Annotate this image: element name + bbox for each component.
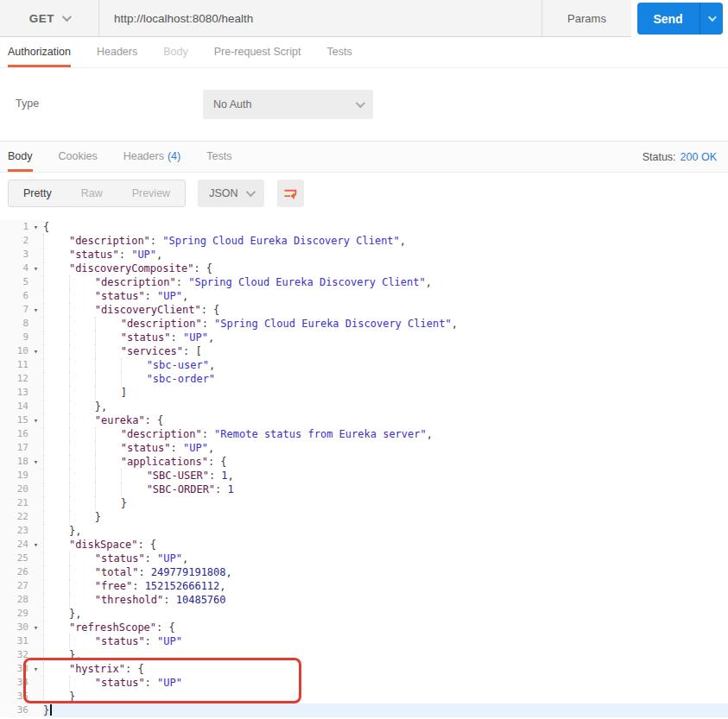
send-options-button[interactable]: [700, 3, 723, 35]
code-line: 24▾ "diskSpace": {: [0, 538, 728, 552]
response-view-toolbar: Pretty Raw Preview JSON: [0, 173, 728, 214]
fold-spacer: [28, 648, 43, 662]
gutter: 14: [0, 400, 43, 413]
code-text: "applications": {: [43, 455, 728, 469]
mode-preview-button[interactable]: Preview: [117, 180, 185, 206]
authorization-panel: Type No Auth: [0, 68, 728, 142]
code-text: }: [43, 496, 728, 510]
code-text: "discoveryComposite": {: [43, 262, 728, 275]
gutter: 8: [0, 317, 43, 331]
tab-tests[interactable]: Tests: [326, 37, 351, 67]
gutter: 29: [0, 607, 43, 621]
fold-toggle-icon[interactable]: ▾: [28, 455, 43, 469]
fold-toggle-icon[interactable]: ▾: [28, 621, 43, 634]
fold-spacer: [28, 496, 43, 510]
gutter: 11: [0, 358, 43, 372]
params-button[interactable]: Params: [541, 0, 631, 36]
code-text: "diskSpace": {: [43, 538, 728, 552]
auth-type-select[interactable]: No Auth: [203, 90, 373, 119]
fold-spacer: [28, 703, 43, 717]
response-status: Status: 200 OK: [643, 142, 717, 172]
code-line: 10▾ "services": [: [0, 344, 728, 358]
code-line: 16 "description": "Remote status from Eu…: [0, 427, 728, 441]
line-number: 18: [0, 455, 28, 469]
tab-body[interactable]: Body: [163, 37, 188, 67]
response-tab-body[interactable]: Body: [8, 142, 33, 172]
gutter: 4▾: [0, 262, 43, 275]
fold-toggle-icon[interactable]: ▾: [28, 220, 43, 234]
code-line: 27 "free": 152152666112,: [0, 579, 728, 593]
wrap-text-button[interactable]: [277, 180, 304, 207]
gutter: 28: [0, 593, 43, 607]
language-dropdown[interactable]: JSON: [198, 180, 264, 207]
code-line: 30▾ "refreshScope": {: [0, 621, 728, 634]
fold-spacer: [28, 607, 43, 621]
url-input[interactable]: http://localhost:8080/health: [99, 0, 541, 36]
fold-toggle-icon[interactable]: ▾: [28, 344, 43, 358]
fold-toggle-icon[interactable]: ▾: [28, 303, 43, 317]
fold-spacer: [28, 524, 43, 538]
fold-spacer: [28, 289, 43, 303]
fold-spacer: [28, 358, 43, 372]
code-line: 6 "status": "UP",: [0, 289, 728, 303]
gutter: 18▾: [0, 455, 43, 469]
response-tab-cookies[interactable]: Cookies: [59, 142, 98, 172]
fold-spacer: [28, 427, 43, 441]
code-line: 13 ]: [0, 386, 728, 400]
fold-spacer: [28, 400, 43, 413]
mode-pretty-button[interactable]: Pretty: [9, 180, 66, 206]
postman-window: GET http://localhost:8080/health Params …: [0, 0, 728, 719]
code-text: }: [43, 510, 728, 524]
line-number: 10: [0, 344, 28, 358]
method-dropdown[interactable]: GET: [0, 0, 99, 36]
gutter: 27: [0, 579, 43, 593]
code-text: },: [43, 524, 728, 538]
code-line: 7▾ "discoveryClient": {: [0, 303, 728, 317]
code-line: 21 }: [0, 496, 728, 510]
fold-spacer: [28, 690, 43, 703]
line-number: 29: [0, 607, 28, 621]
gutter: 32: [0, 648, 43, 662]
gutter: 17: [0, 441, 43, 455]
fold-spacer: [28, 386, 43, 400]
headers-count-badge: (4): [168, 150, 180, 162]
code-text: "description": "Spring Cloud Eureka Disc…: [43, 234, 728, 248]
fold-spacer: [28, 634, 43, 648]
gutter: 9: [0, 331, 43, 344]
line-number: 15: [0, 413, 28, 427]
tab-pre-request-script[interactable]: Pre-request Script: [214, 37, 301, 67]
fold-toggle-icon[interactable]: ▾: [28, 413, 43, 427]
code-text: "discoveryClient": {: [43, 303, 728, 317]
line-number: 36: [0, 703, 28, 717]
fold-toggle-icon[interactable]: ▾: [28, 538, 43, 552]
line-number: 22: [0, 510, 28, 524]
fold-spacer: [28, 331, 43, 344]
gutter: 36: [0, 703, 43, 717]
send-button[interactable]: Send: [637, 3, 723, 35]
status-value[interactable]: 200 OK: [681, 151, 717, 163]
tab-authorization[interactable]: Authorization: [8, 37, 71, 67]
send-area: Send: [631, 0, 728, 37]
code-line: 2 "description": "Spring Cloud Eureka Di…: [0, 234, 728, 248]
response-tab-tests[interactable]: Tests: [206, 142, 231, 172]
line-number: 1: [0, 220, 28, 234]
gutter: 7▾: [0, 303, 43, 317]
response-body-viewer[interactable]: 1▾{2 "description": "Spring Cloud Eureka…: [0, 214, 728, 719]
line-number: 19: [0, 469, 28, 482]
line-number: 14: [0, 400, 28, 413]
code-line: 34 "status": "UP": [0, 676, 728, 690]
send-button-label[interactable]: Send: [637, 3, 700, 35]
fold-toggle-icon[interactable]: ▾: [28, 662, 43, 676]
tab-headers[interactable]: Headers: [97, 37, 137, 67]
line-number: 20: [0, 482, 28, 496]
fold-spacer: [28, 510, 43, 524]
mode-raw-button[interactable]: Raw: [66, 180, 117, 206]
code-line: 26 "total": 249779191808,: [0, 565, 728, 579]
code-line: 35 }: [0, 690, 728, 703]
response-tab-headers[interactable]: Headers(4): [123, 142, 181, 172]
line-number: 35: [0, 690, 28, 703]
fold-toggle-icon[interactable]: ▾: [28, 262, 43, 275]
code-line: 1▾{: [0, 220, 728, 234]
line-number: 7: [0, 303, 28, 317]
line-number: 8: [0, 317, 28, 331]
